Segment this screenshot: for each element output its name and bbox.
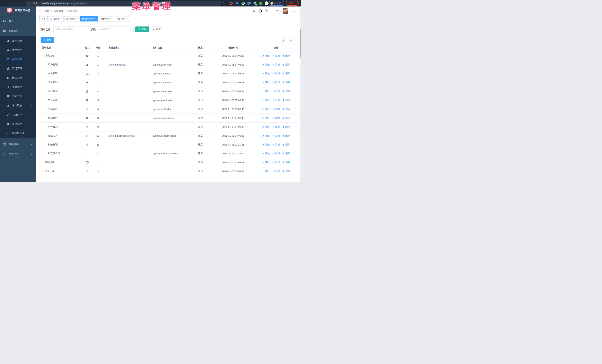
row-expand-icon[interactable]	[45, 117, 47, 119]
add-link[interactable]: 新增	[272, 98, 280, 102]
collapse-sidebar-icon[interactable]	[38, 10, 41, 13]
edit-link[interactable]: 修改	[262, 170, 270, 173]
help-icon[interactable]: ?	[265, 9, 268, 12]
row-expand-icon[interactable]	[45, 135, 47, 137]
sidebar-item-审计日志[interactable]: 审计日志	[0, 101, 36, 110]
row-expand-icon[interactable]	[45, 73, 47, 75]
refresh-table-button[interactable]	[288, 37, 294, 43]
sidebar-item-错误码管理[interactable]: 错误码管理	[0, 129, 36, 138]
menu-name-input[interactable]: 请输入菜单名称	[53, 26, 89, 32]
table-row[interactable]: 系统管理1开启2021-01-05 17:03:48修改新增删除	[39, 51, 297, 60]
extension-icon-list[interactable]: on	[253, 2, 257, 5]
tab-角色管理[interactable]: 角色管理×	[99, 16, 114, 21]
row-expand-icon[interactable]	[45, 126, 47, 128]
add-link[interactable]: 新增	[272, 134, 280, 137]
extension-icon-green[interactable]	[242, 2, 245, 5]
table-row[interactable]: 用户管理1system:user:listsystem/user/index开启…	[39, 60, 297, 69]
add-link[interactable]: 新增	[272, 125, 280, 128]
delete-link[interactable]: 删除	[282, 134, 290, 137]
browser-update-button[interactable]: 更新 ⋮	[286, 1, 299, 6]
add-link[interactable]: 新增	[272, 63, 280, 66]
table-row[interactable]: 在线用户10system:user-session:listsystem/ses…	[39, 131, 297, 140]
add-link[interactable]: 新增	[272, 81, 280, 84]
table-row[interactable]: 研发工具3开启2021-01-05 17:03:48修改新增删除	[39, 167, 297, 176]
delete-link[interactable]: 删除	[282, 90, 290, 93]
edit-link[interactable]: 修改	[262, 98, 270, 102]
tab-close-icon[interactable]: ×	[111, 18, 112, 20]
app-logo[interactable]: 芋道管理系统	[6, 8, 30, 13]
extension-icon-tiles[interactable]	[247, 2, 251, 5]
sidebar-item-角色管理[interactable]: 角色管理	[0, 45, 36, 55]
browser-back-icon[interactable]: ←	[1, 0, 6, 7]
table-row[interactable]: 基础设施2开启2021-01-05 17:03:48修改新增删除	[39, 158, 297, 167]
add-button[interactable]: 新增	[41, 37, 54, 43]
show-search-toggle-button[interactable]	[281, 37, 286, 43]
edit-link[interactable]: 修改	[262, 107, 270, 111]
add-link[interactable]: 新增	[272, 72, 280, 75]
sidebar-item-通知公告[interactable]: 通知公告	[0, 92, 36, 101]
tab-close-icon[interactable]: ×	[76, 18, 78, 20]
github-icon[interactable]	[258, 10, 262, 13]
add-link[interactable]: 新增	[272, 107, 280, 111]
breadcrumb-item[interactable]: 系统管理	[54, 10, 64, 13]
user-avatar[interactable]	[283, 8, 288, 14]
table-row[interactable]: 角色管理2system/role/index开启2021-01-05 17:03…	[39, 69, 297, 78]
row-expand-icon[interactable]	[45, 99, 47, 101]
sidebar-item-首页[interactable]: 首页	[0, 16, 36, 25]
scrollbar-thumb[interactable]	[300, 29, 301, 58]
sidebar-item-在线用户[interactable]: 在线用户	[0, 110, 36, 119]
add-link[interactable]: 新增	[272, 143, 280, 146]
tab-close-icon[interactable]: ×	[60, 18, 62, 20]
delete-link[interactable]: 删除	[282, 63, 290, 66]
edit-link[interactable]: 修改	[262, 81, 270, 84]
breadcrumb-item[interactable]: 首页	[44, 10, 49, 13]
tab-close-icon[interactable]: ×	[95, 18, 96, 20]
delete-link[interactable]: 删除	[282, 143, 290, 146]
row-expand-icon[interactable]	[45, 108, 47, 110]
page-scrollbar[interactable]	[300, 7, 301, 182]
tab-首页[interactable]: 首页	[39, 16, 48, 21]
status-select[interactable]: 菜单状态	[98, 26, 134, 32]
fullscreen-icon[interactable]	[271, 10, 274, 13]
table-row[interactable]: 审计日志9开启2021-01-05 17:03:48修改新增删除	[39, 122, 297, 131]
table-row[interactable]: 岗位管理5system/post/index开启2021-01-05 17:03…	[39, 96, 297, 104]
delete-link[interactable]: 删除	[282, 161, 290, 164]
table-row[interactable]: 错误码管理12system/errorCode/index开启2021-04-1…	[39, 149, 297, 158]
edit-link[interactable]: 修改	[262, 63, 270, 66]
delete-link[interactable]: 删除	[282, 72, 290, 75]
edit-link[interactable]: 修改	[262, 116, 270, 120]
extension-icon-gem[interactable]	[236, 2, 239, 5]
edit-link[interactable]: 修改	[262, 134, 270, 137]
sidebar-item-用户管理[interactable]: 用户管理	[0, 36, 36, 45]
row-expand-icon[interactable]	[45, 152, 47, 155]
table-row[interactable]: 通知公告8system/notice/index开启2021-01-05 17:…	[39, 114, 297, 122]
add-link[interactable]: 新增	[272, 116, 280, 120]
add-link[interactable]: 新增	[272, 90, 280, 93]
row-expand-icon[interactable]	[42, 161, 44, 164]
add-link[interactable]: 新增	[272, 54, 280, 57]
row-expand-icon[interactable]	[42, 170, 44, 172]
breadcrumb-item[interactable]: 菜单管理	[68, 10, 78, 13]
add-link[interactable]: 新增	[272, 161, 280, 164]
tab-部门管理[interactable]: 部门管理×	[49, 16, 64, 21]
delete-link[interactable]: 删除	[282, 107, 290, 111]
tab-close-icon[interactable]: ×	[127, 18, 128, 20]
delete-link[interactable]: 删除	[282, 81, 290, 84]
sidebar-item-系统管理[interactable]: 系统管理	[0, 26, 36, 36]
extensions-puzzle-icon[interactable]	[265, 2, 268, 5]
edit-link[interactable]: 修改	[262, 143, 270, 146]
table-row[interactable]: 部门管理4system/dept/index开启2021-01-05 17:03…	[39, 87, 297, 96]
table-row[interactable]: 短信管理11开启2021-04-05 01:10:16修改新增删除	[39, 140, 297, 149]
add-link[interactable]: 新增	[272, 170, 280, 173]
browser-forward-icon[interactable]: →	[7, 0, 12, 7]
add-link[interactable]: 新增	[272, 152, 280, 155]
sidebar-item-短信管理[interactable]: 短信管理	[0, 119, 36, 129]
sidebar-item-部门管理[interactable]: 部门管理	[0, 64, 36, 73]
delete-link[interactable]: 删除	[282, 170, 290, 173]
edit-link[interactable]: 修改	[262, 90, 270, 93]
tab-岗位管理[interactable]: 岗位管理×	[64, 16, 79, 21]
delete-link[interactable]: 删除	[282, 54, 290, 57]
delete-link[interactable]: 删除	[282, 98, 290, 102]
row-expand-icon[interactable]	[45, 90, 47, 92]
delete-link[interactable]: 删除	[282, 116, 290, 120]
